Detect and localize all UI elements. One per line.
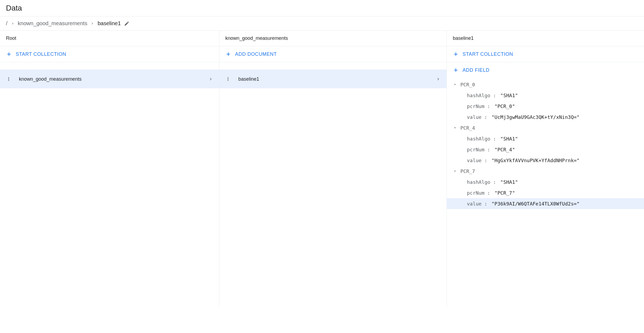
plus-icon xyxy=(453,51,459,57)
breadcrumb-collection[interactable]: known_good_measurements xyxy=(18,20,87,27)
field-entry[interactable]: pcrNum:"PCR_4" xyxy=(447,144,644,155)
field-entry[interactable]: pcrNum:"PCR_7" xyxy=(447,187,644,198)
edit-icon[interactable] xyxy=(124,21,129,26)
caret-down-icon xyxy=(453,169,458,173)
field-value: "PCR_4" xyxy=(495,147,515,152)
colon: : xyxy=(484,158,487,163)
field-entry[interactable]: value:"UcMj3gwMaU9GAc3QK+tY/xNin3Q=" xyxy=(447,112,644,122)
field-map[interactable]: PCR_7 xyxy=(447,166,644,177)
field-name: PCR_7 xyxy=(460,168,475,174)
field-value: "HgGxYkfAVVnuPVK+YfAddNHPrnk=" xyxy=(492,158,580,163)
start-collection-button[interactable]: START COLLECTION xyxy=(0,46,219,62)
add-field-button[interactable]: ADD FIELD xyxy=(447,62,644,78)
start-collection-button[interactable]: START COLLECTION xyxy=(447,46,644,62)
colon: : xyxy=(487,147,490,152)
field-key: hashAlgo xyxy=(467,93,490,98)
chevron-right-icon xyxy=(90,22,94,25)
column-document: baseline1 START COLLECTION ADD FIELD PCR… xyxy=(447,31,644,307)
chevron-right-icon xyxy=(436,77,441,81)
field-entry[interactable]: value:"HgGxYkfAVVnuPVK+YfAddNHPrnk=" xyxy=(447,155,644,166)
colon: : xyxy=(493,179,496,185)
field-value: "P36k9AI/W6QTAFe14TLX0WfUd2s=" xyxy=(492,201,580,207)
chevron-right-icon xyxy=(11,22,15,25)
colon: : xyxy=(487,103,490,109)
field-entry[interactable]: hashAlgo:"SHA1" xyxy=(447,177,644,187)
field-entry[interactable]: value:"P36k9AI/W6QTAFe14TLX0WfUd2s=" xyxy=(447,198,644,209)
breadcrumb: / known_good_measurements baseline1 xyxy=(0,17,644,31)
field-key: hashAlgo xyxy=(467,136,490,142)
field-key: pcrNum xyxy=(467,147,484,152)
column-root: Root START COLLECTION known_good_measure… xyxy=(0,31,219,307)
field-value: "PCR_0" xyxy=(495,103,515,109)
field-value: "SHA1" xyxy=(500,179,518,185)
field-tree: PCR_0hashAlgo:"SHA1"pcrNum:"PCR_0"value:… xyxy=(447,78,644,209)
chevron-right-icon xyxy=(208,77,213,81)
column-collection: known_good_measurements ADD DOCUMENT bas… xyxy=(219,31,447,307)
plus-icon xyxy=(225,51,231,57)
field-value: "SHA1" xyxy=(500,93,518,98)
column-document-title: baseline1 xyxy=(447,31,644,46)
colon: : xyxy=(493,136,496,142)
field-name: PCR_4 xyxy=(460,125,475,131)
field-key: pcrNum xyxy=(467,103,484,109)
field-key: hashAlgo xyxy=(467,179,490,185)
plus-icon xyxy=(453,67,459,73)
field-map[interactable]: PCR_0 xyxy=(447,79,644,90)
field-key: value xyxy=(467,114,482,120)
breadcrumb-root[interactable]: / xyxy=(6,20,8,27)
spacer xyxy=(219,62,447,70)
breadcrumb-document[interactable]: baseline1 xyxy=(97,20,121,27)
caret-down-icon xyxy=(453,126,458,130)
field-entry[interactable]: hashAlgo:"SHA1" xyxy=(447,133,644,144)
page-title: Data xyxy=(0,0,644,17)
field-entry[interactable]: hashAlgo:"SHA1" xyxy=(447,90,644,101)
spacer xyxy=(0,62,219,70)
field-name: PCR_0 xyxy=(460,82,475,87)
more-vert-icon[interactable] xyxy=(225,76,231,82)
list-item[interactable]: baseline1 xyxy=(219,70,447,88)
column-collection-title: known_good_measurements xyxy=(219,31,447,46)
plus-icon xyxy=(6,51,12,57)
start-collection-label: START COLLECTION xyxy=(463,51,513,57)
colon: : xyxy=(484,201,487,207)
field-key: value xyxy=(467,158,482,163)
more-vert-icon[interactable] xyxy=(6,76,11,82)
caret-down-icon xyxy=(453,82,458,87)
field-value: "PCR_7" xyxy=(495,190,515,196)
list-item-label: baseline1 xyxy=(238,76,436,82)
field-key: pcrNum xyxy=(467,190,484,196)
field-entry[interactable]: pcrNum:"PCR_0" xyxy=(447,101,644,112)
list-item[interactable]: known_good_measurements xyxy=(0,70,219,88)
colon: : xyxy=(487,190,490,196)
field-value: "SHA1" xyxy=(500,136,518,142)
start-collection-label: START COLLECTION xyxy=(16,51,66,57)
column-root-title: Root xyxy=(0,31,219,46)
field-key: value xyxy=(467,201,482,207)
add-field-label: ADD FIELD xyxy=(463,67,489,73)
colon: : xyxy=(484,114,487,120)
list-item-label: known_good_measurements xyxy=(19,76,208,82)
columns-container: Root START COLLECTION known_good_measure… xyxy=(0,31,644,307)
field-map[interactable]: PCR_4 xyxy=(447,122,644,133)
add-document-label: ADD DOCUMENT xyxy=(235,51,277,57)
field-value: "UcMj3gwMaU9GAc3QK+tY/xNin3Q=" xyxy=(492,114,580,120)
add-document-button[interactable]: ADD DOCUMENT xyxy=(219,46,447,62)
colon: : xyxy=(493,93,496,98)
